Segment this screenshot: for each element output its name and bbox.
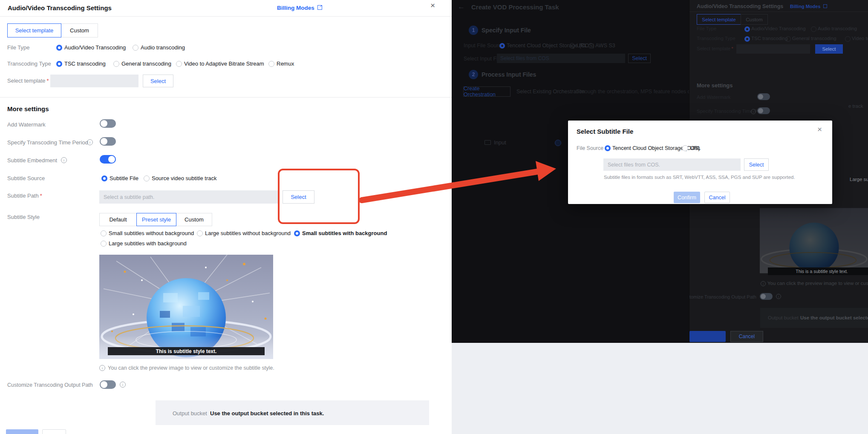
subtitle-embedment-toggle[interactable] [100, 155, 116, 164]
billing-modes-external-icon[interactable]: ↗ [317, 5, 322, 10]
file-type-option-audio[interactable]: Audio transcoding [141, 44, 185, 51]
drawer-select-template-button[interactable]: Select [815, 44, 843, 54]
drawer-save-settings-button[interactable] [689, 331, 726, 342]
drawer-transcoding-radio-adaptive[interactable] [845, 36, 851, 42]
transcoding-radio-general[interactable] [113, 61, 119, 67]
modal-file-source-label: File Source [577, 145, 603, 151]
modal-source-radio-url[interactable] [682, 145, 688, 151]
drawer-add-watermark-toggle[interactable] [757, 93, 770, 100]
subtitle-source-option-file[interactable]: Subtitle File [110, 175, 138, 181]
drawer-specify-period-toggle[interactable] [757, 107, 770, 114]
back-icon[interactable]: ← [458, 3, 465, 11]
style-option-large-bg[interactable]: Large subtitles with background [109, 240, 187, 247]
style-tab-preset[interactable]: Preset style [136, 213, 176, 226]
select-input-file-placeholder: Select files from COS [500, 55, 549, 61]
drawer-customize-output-path-toggle[interactable] [760, 293, 773, 300]
specify-period-toggle[interactable] [100, 137, 116, 146]
drawer-transcoding-option-general[interactable]: General transcoding [792, 36, 836, 41]
style-radio-large-nobg[interactable] [197, 230, 203, 236]
drawer-file-type-option-audio[interactable]: Audio transcoding [818, 26, 857, 31]
drawer-output-bucket-value: Use the output bucket selected in this [800, 315, 868, 320]
subtitle-source-option-track[interactable]: Source video subtitle track [152, 175, 216, 181]
transcoding-option-tsc[interactable]: TSC transcoding [64, 60, 106, 67]
modal-source-radio-cos[interactable] [605, 145, 611, 151]
transcoding-radio-remux[interactable] [268, 61, 274, 67]
modal-cancel-button[interactable]: Cancel [704, 192, 730, 203]
input-node-label[interactable]: Input [494, 139, 506, 146]
input-source-radio-s3[interactable] [588, 43, 594, 49]
select-input-file-input[interactable]: Select files from COS [497, 54, 625, 63]
style-radio-large-bg[interactable] [101, 241, 107, 247]
transcoding-option-remux[interactable]: Remux [277, 60, 294, 67]
modal-source-option-url[interactable]: URL [690, 145, 701, 151]
input-source-radio-url[interactable] [569, 43, 575, 49]
save-settings-button[interactable] [6, 429, 38, 434]
cancel-button[interactable] [42, 429, 66, 434]
style-tab-default[interactable]: Default [99, 213, 137, 226]
drawer-tab-select-template[interactable]: Select template [697, 14, 741, 25]
drawer-specify-period-info-icon[interactable]: i [751, 109, 756, 114]
transcoding-radio-tsc[interactable] [56, 61, 62, 67]
modal-select-button[interactable]: Select [744, 158, 769, 171]
style-tab-custom[interactable]: Custom [176, 213, 212, 226]
customize-output-path-toggle[interactable] [100, 380, 116, 389]
style-option-small-nobg[interactable]: Small subtitles without background [109, 230, 194, 236]
panel-close-icon[interactable]: × [430, 1, 435, 10]
input-source-option-url[interactable]: URL [577, 43, 587, 49]
drawer-transcoding-option-adaptive[interactable]: Video to Adaptive Bitrate Stream [852, 36, 868, 41]
tab-select-template[interactable]: Select template [7, 23, 61, 37]
modal-close-icon[interactable]: × [817, 125, 822, 134]
drawer-billing-modes-link[interactable]: Billing Modes [790, 4, 821, 9]
transcoding-settings-panel: Audio/Video Transcoding Settings Billing… [0, 0, 452, 434]
transcoding-option-adaptive[interactable]: Video to Adaptive Bitrate Stream [184, 60, 264, 67]
drawer-customize-output-path-info-icon[interactable]: i [776, 294, 781, 299]
subtitle-path-input[interactable] [99, 190, 279, 204]
file-type-radio-av[interactable] [56, 45, 62, 51]
globe-illustration [99, 255, 273, 359]
tab-custom[interactable]: Custom [61, 23, 98, 37]
drawer-transcoding-option-tsc[interactable]: TSC transcoding [751, 36, 788, 41]
customize-output-path-label: Customize Transcoding Output Path [7, 382, 93, 388]
transcoding-radio-adaptive[interactable] [176, 61, 182, 67]
file-type-radio-audio[interactable] [133, 45, 138, 51]
tab-select-existing-orchestration[interactable]: Select Existing Orchestration [516, 89, 585, 95]
annotation-highlight-box [278, 169, 360, 224]
drawer-subtitle-preview-image[interactable] [760, 204, 868, 278]
select-input-file-button[interactable]: Select [628, 54, 651, 63]
drawer-billing-external-icon[interactable] [823, 4, 827, 8]
style-radio-small-bg[interactable] [294, 230, 300, 236]
subtitle-preview-image[interactable]: This is subtitle style text. [99, 255, 273, 359]
drawer-file-type-radio-audio[interactable] [811, 26, 816, 32]
subtitle-source-radio-track[interactable] [144, 175, 150, 181]
subtitle-embedment-info-icon[interactable]: i [61, 157, 67, 163]
modal-cos-file-input[interactable] [603, 158, 741, 171]
billing-modes-link[interactable]: Billing Modes [277, 5, 314, 11]
select-template-button[interactable]: Select [143, 75, 173, 87]
node-connector-icon[interactable] [555, 140, 561, 146]
input-source-radio-cos[interactable] [499, 43, 505, 49]
drawer-file-type-option-av[interactable]: Audio/Video Transcoding [751, 26, 806, 31]
input-source-option-s3[interactable]: AWS S3 [595, 43, 615, 49]
customize-output-path-info-icon[interactable]: i [120, 382, 126, 388]
drawer-divider [689, 11, 868, 12]
select-template-input[interactable] [50, 75, 138, 87]
tab-create-orchestration[interactable]: Create Orchestration [463, 86, 510, 97]
drawer-transcoding-radio-general[interactable] [785, 36, 791, 42]
transcoding-option-general[interactable]: General transcoding [121, 60, 171, 67]
style-option-large-nobg[interactable]: Large subtitles without background [205, 230, 291, 236]
drawer-select-template-input[interactable] [736, 44, 810, 54]
modal-confirm-button[interactable]: Confirm [674, 192, 700, 203]
drawer-tab-custom[interactable]: Custom [741, 14, 768, 25]
drawer-cancel-button[interactable]: Cancel [730, 331, 763, 342]
drawer-transcoding-radio-tsc[interactable] [744, 36, 750, 42]
header-divider [0, 16, 452, 17]
file-type-option-av[interactable]: Audio/Video Transcoding [64, 44, 126, 51]
drawer-large-subtitles-fragment: Large subtitles [850, 177, 868, 182]
drawer-file-type-radio-av[interactable] [744, 26, 750, 32]
add-watermark-toggle[interactable] [100, 119, 116, 128]
transcoding-type-label: Transcoding Type [7, 60, 51, 67]
style-radio-small-nobg[interactable] [101, 230, 107, 236]
specify-period-info-icon[interactable]: i [87, 139, 93, 145]
subtitle-source-radio-file[interactable] [101, 175, 107, 181]
style-option-small-bg[interactable]: Small subtitles with background [302, 230, 387, 236]
